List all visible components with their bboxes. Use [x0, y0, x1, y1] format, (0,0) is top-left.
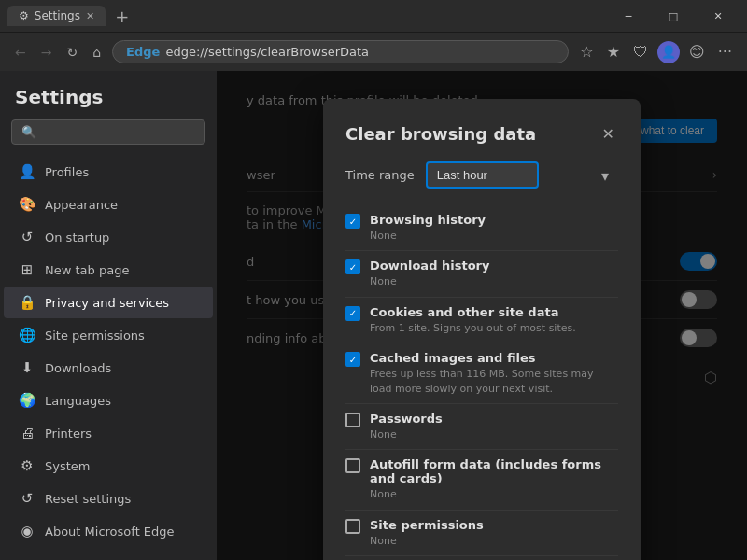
site-permissions-label: Site permissions [45, 329, 145, 343]
home-button[interactable]: ⌂ [89, 41, 105, 63]
content-area: y data from this profile will be deleted… [217, 71, 747, 560]
passwords-title: Passwords [370, 412, 443, 426]
checkbox-passwords-input[interactable] [345, 413, 360, 427]
cookies-desc: From 1 site. Signs you out of most sites… [370, 321, 576, 335]
download-history-desc: None [370, 274, 489, 288]
new-tab-page-label: New tab page [45, 263, 129, 277]
tab-favicon: ⚙ [19, 9, 29, 22]
forward-button[interactable]: → [37, 41, 56, 63]
checkbox-site-permissions-input[interactable] [345, 519, 360, 534]
reset-label: Reset settings [45, 492, 131, 506]
passwords-content: Passwords None [370, 412, 443, 441]
sidebar-item-languages[interactable]: 🌍 Languages [4, 385, 213, 416]
dialog-close-button[interactable]: ✕ [599, 121, 618, 147]
collections-icon[interactable]: ★ [603, 39, 624, 64]
browsing-history-content: Browsing history None [370, 213, 486, 243]
cached-title: Cached images and files [370, 351, 618, 365]
address-bar: ← → ↻ ⌂ Edge edge://settings/clearBrowse… [0, 32, 747, 71]
checkbox-browsing-history-input[interactable] [345, 214, 360, 229]
printers-icon: 🖨 [19, 425, 35, 441]
browsing-history-title: Browsing history [370, 213, 486, 227]
time-range-row: Time range Last hour Last 24 hours Last … [345, 161, 618, 189]
new-tab-button[interactable]: + [109, 7, 134, 26]
languages-icon: 🌍 [19, 392, 35, 409]
favorites-icon[interactable]: ☆ [576, 39, 597, 64]
checkbox-autofill: Autofill form data (includes forms and c… [345, 450, 618, 510]
sidebar-item-reset[interactable]: ↺ Reset settings [4, 483, 213, 514]
cookies-title: Cookies and other site data [370, 305, 576, 319]
time-range-label: Time range [345, 168, 415, 182]
toolbar-icons: ☆ ★ 🛡 👤 😊 ··· [576, 39, 736, 64]
tab-label: Settings [35, 9, 80, 22]
sidebar-item-site-permissions[interactable]: 🌐 Site permissions [4, 319, 213, 351]
sidebar-item-printers[interactable]: 🖨 Printers [4, 417, 213, 449]
sidebar-item-about[interactable]: ◉ About Microsoft Edge [4, 515, 213, 547]
emoji-icon[interactable]: 😊 [685, 39, 709, 64]
cookies-content: Cookies and other site data From 1 site.… [370, 305, 576, 335]
checkbox-autofill-input[interactable] [345, 458, 360, 473]
site-permissions-desc: None [370, 534, 484, 548]
dialog-header: Clear browsing data ✕ [345, 121, 618, 147]
settings-tab[interactable]: ⚙ Settings ✕ [7, 6, 106, 26]
modal-overlay: Clear browsing data ✕ Time range Last ho… [217, 71, 747, 560]
privacy-label: Privacy and services [45, 296, 169, 310]
sidebar-item-downloads[interactable]: ⬇ Downloads [4, 352, 213, 384]
back-button[interactable]: ← [11, 41, 30, 63]
refresh-button[interactable]: ↻ [63, 41, 81, 63]
browser-essentials-icon[interactable]: 🛡 [629, 39, 652, 64]
sidebar-item-privacy[interactable]: 🔒 Privacy and services [4, 287, 213, 318]
on-startup-label: On startup [45, 231, 109, 245]
time-range-select-wrapper: Last hour Last 24 hours Last 7 days Last… [426, 161, 618, 189]
checkbox-site-permissions: Site permissions None [345, 511, 618, 556]
download-history-content: Download history None [370, 259, 489, 288]
url-text: edge://settings/clearBrowserData [165, 45, 369, 59]
title-bar: ⚙ Settings ✕ + ─ □ ✕ [0, 0, 747, 32]
minimize-button[interactable]: ─ [607, 2, 650, 30]
profile-icon[interactable]: 👤 [657, 41, 680, 63]
checkbox-list: Browsing history None Download history N… [345, 205, 618, 560]
browsing-history-desc: None [370, 229, 486, 243]
sidebar: Settings 🔍 👤 Profiles 🎨 Appearance ↺ On … [0, 71, 217, 560]
download-history-title: Download history [370, 259, 489, 273]
maximize-button[interactable]: □ [652, 2, 695, 30]
checkbox-cookies-input[interactable] [345, 306, 360, 321]
close-button[interactable]: ✕ [697, 2, 740, 30]
autofill-content: Autofill form data (includes forms and c… [370, 457, 618, 501]
site-permissions-icon: 🌐 [19, 327, 35, 343]
site-permissions-content: Site permissions None [370, 518, 484, 548]
sidebar-item-profiles[interactable]: 👤 Profiles [4, 156, 213, 188]
sidebar-item-on-startup[interactable]: ↺ On startup [4, 221, 213, 253]
checkbox-cached-input[interactable] [345, 352, 360, 367]
sidebar-search[interactable]: 🔍 [11, 119, 205, 145]
more-tools-icon[interactable]: ··· [714, 39, 736, 64]
checkbox-download-history: Download history None [345, 251, 618, 297]
languages-label: Languages [45, 394, 111, 408]
cached-desc: Frees up less than 116 MB. Some sites ma… [370, 367, 618, 396]
checkbox-download-history-input[interactable] [345, 259, 360, 274]
checkbox-hosted-app-data: Hosted app data 2 apps: Microsoft Store,… [345, 556, 618, 560]
cached-content: Cached images and files Frees up less th… [370, 351, 618, 396]
window-controls: ─ □ ✕ [607, 2, 740, 30]
profiles-icon: 👤 [19, 163, 35, 180]
checkbox-passwords: Passwords None [345, 404, 618, 450]
address-input[interactable]: Edge edge://settings/clearBrowserData [112, 40, 569, 63]
sidebar-title: Settings [0, 86, 217, 119]
about-icon: ◉ [19, 523, 35, 539]
edge-logo-icon: Edge [126, 45, 160, 59]
clear-browsing-data-dialog: Clear browsing data ✕ Time range Last ho… [323, 99, 641, 560]
title-bar-left: ⚙ Settings ✕ + [7, 6, 134, 26]
about-label: About Microsoft Edge [45, 525, 175, 539]
appearance-icon: 🎨 [19, 196, 35, 213]
checkbox-cached: Cached images and files Frees up less th… [345, 343, 618, 404]
sidebar-item-new-tab-page[interactable]: ⊞ New tab page [4, 254, 213, 286]
new-tab-page-icon: ⊞ [19, 261, 35, 278]
close-tab-button[interactable]: ✕ [86, 10, 94, 22]
system-icon: ⚙ [19, 457, 35, 474]
autofill-title: Autofill form data (includes forms and c… [370, 457, 618, 485]
dialog-title: Clear browsing data [345, 124, 536, 144]
system-label: System [45, 459, 90, 473]
sidebar-item-appearance[interactable]: 🎨 Appearance [4, 189, 213, 220]
sidebar-item-system[interactable]: ⚙ System [4, 450, 213, 482]
privacy-icon: 🔒 [19, 294, 35, 311]
time-range-select[interactable]: Last hour Last 24 hours Last 7 days Last… [426, 161, 539, 189]
